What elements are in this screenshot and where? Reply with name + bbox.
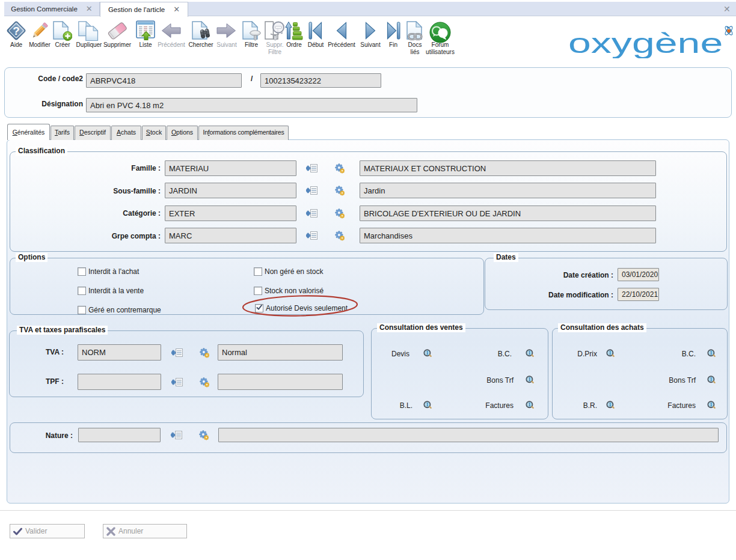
svg-text:?: ?	[13, 25, 20, 37]
